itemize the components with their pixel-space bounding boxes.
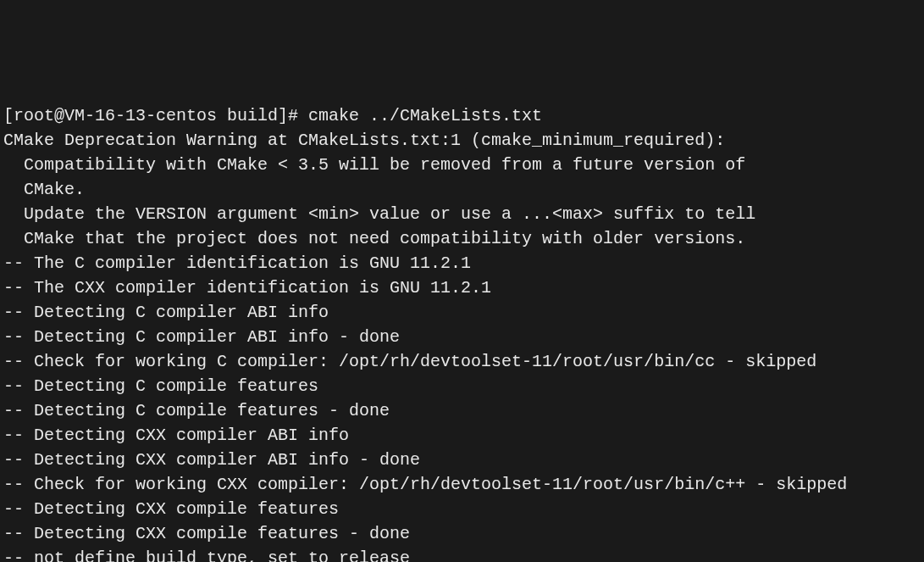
command-text: cmake ../CMakeLists.txt — [308, 106, 542, 125]
output-line: Compatibility with CMake < 3.5 will be r… — [3, 153, 921, 177]
output-line: -- Detecting CXX compiler ABI info - don… — [3, 448, 921, 472]
output-line: -- not define build type, set to release — [3, 546, 921, 562]
output-line: CMake Deprecation Warning at CMakeLists.… — [3, 128, 921, 153]
output-line: -- Detecting C compile features — [3, 374, 921, 398]
output-line: CMake that the project does not need com… — [3, 226, 921, 251]
output-line: -- Detecting CXX compile features — [3, 497, 921, 521]
output-line: -- Detecting C compile features - done — [3, 398, 921, 423]
terminal-output[interactable]: [root@VM-16-13-centos build]# cmake ../C… — [3, 103, 921, 562]
output-line: -- Detecting CXX compile features - done — [3, 521, 921, 546]
output-line: -- Check for working C compiler: /opt/rh… — [3, 349, 921, 374]
output-line: -- Check for working CXX compiler: /opt/… — [3, 472, 921, 497]
output-line: -- Detecting CXX compiler ABI info — [3, 423, 921, 448]
output-line: -- The C compiler identification is GNU … — [3, 251, 921, 275]
output-line: -- Detecting C compiler ABI info - done — [3, 325, 921, 349]
shell-prompt: [root@VM-16-13-centos build]# — [3, 106, 308, 125]
output-line: -- Detecting C compiler ABI info — [3, 300, 921, 325]
output-line: CMake. — [3, 177, 921, 202]
output-line: Update the VERSION argument <min> value … — [3, 202, 921, 226]
command-line: [root@VM-16-13-centos build]# cmake ../C… — [3, 103, 921, 128]
output-line: -- The CXX compiler identification is GN… — [3, 275, 921, 300]
